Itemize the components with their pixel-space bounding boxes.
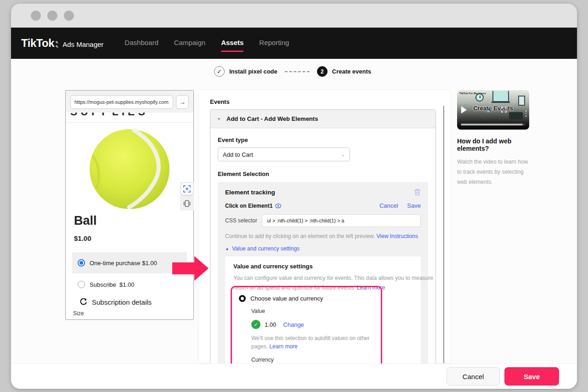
- nav-item-dashboard[interactable]: Dashboard: [124, 36, 158, 51]
- cancel-button[interactable]: Cancel: [447, 367, 500, 386]
- footer-bar: Cancel Save: [11, 364, 577, 389]
- radio-selected-icon[interactable]: [78, 259, 85, 267]
- product-title: Ball: [74, 214, 193, 228]
- progress-stepper: ✓ Install pixel code 2 Create events: [214, 66, 371, 77]
- scrollbar[interactable]: [443, 106, 444, 363]
- chevron-up-icon: ▲: [225, 246, 229, 251]
- autofill-note: We'll use this selection to autofill val…: [251, 334, 374, 351]
- subscribe-option[interactable]: Subscribe $1.00: [72, 280, 187, 289]
- help-panel: TikTok For Business Create Events 🔊 How …: [457, 90, 531, 187]
- nav-item-campaign[interactable]: Campaign: [174, 36, 205, 51]
- store-title-clipped: SUPPLIES: [66, 113, 193, 119]
- url-bar: →: [66, 91, 193, 113]
- url-input[interactable]: [70, 95, 173, 109]
- top-navbar: TikTok: Ads Manager Dashboard Campaign A…: [11, 28, 577, 59]
- chevron-down-icon: ⌄: [341, 152, 345, 157]
- browser-chrome: [11, 4, 577, 28]
- events-config-panel: Events ▾ Add to Cart - Add Web Elements …: [198, 90, 451, 364]
- element-name-label: Click on Element1: [225, 203, 272, 209]
- fullscreen-icon[interactable]: [501, 107, 507, 113]
- css-selector-label: CSS selector: [225, 217, 257, 224]
- callout-arrow-icon: [172, 256, 209, 281]
- refresh-icon: [79, 298, 87, 306]
- choose-value-radio[interactable]: Choose value and currency: [239, 295, 374, 302]
- step2-number-badge: 2: [317, 66, 328, 77]
- nav-item-assets[interactable]: Assets: [221, 36, 243, 51]
- events-panel-title: Events: [210, 98, 436, 105]
- value-label: Value: [251, 308, 374, 314]
- device-view-button[interactable]: [181, 198, 193, 210]
- event-type-select[interactable]: Add to Cart ⌄: [218, 148, 350, 161]
- nav-item-reporting[interactable]: Reporting: [259, 36, 289, 51]
- device-icon: [183, 200, 191, 207]
- event-accordion-body: Event type Add to Cart ⌄ Element Selecti…: [210, 128, 435, 389]
- product-price: $1.00: [74, 234, 193, 242]
- help-description: Watch the video to learn how to track ev…: [457, 157, 531, 187]
- tutorial-video-thumbnail[interactable]: TikTok For Business Create Events 🔊: [457, 90, 529, 130]
- event-type-label: Event type: [218, 136, 428, 143]
- event-accordion-header[interactable]: ▾ Add to Cart - Add Web Elements: [210, 110, 435, 128]
- tiktok-logo: TikTok: Ads Manager: [21, 37, 103, 50]
- purchase-option-selected[interactable]: One-time purchase $1.00: [72, 252, 187, 273]
- right-arrow-icon: →: [179, 98, 186, 106]
- preview-toolbar: [180, 182, 194, 210]
- currency-label: Currency: [251, 357, 374, 363]
- logo-colon-icon: :: [55, 37, 58, 50]
- save-button[interactable]: Save: [504, 367, 559, 386]
- trash-icon[interactable]: [414, 188, 421, 196]
- window-control-dot[interactable]: [31, 11, 41, 21]
- value-currency-toggle[interactable]: ▲ Value and currency settings: [225, 245, 421, 252]
- check-circle-icon: ✓: [251, 320, 260, 329]
- learn-more-link[interactable]: Learn more: [269, 343, 297, 350]
- clock-illustration: [475, 93, 484, 102]
- radio-selected-icon[interactable]: [239, 295, 246, 302]
- tracking-hint: Continue to add by clicking on an elemen…: [225, 233, 421, 239]
- element-tracking-card: Element tracking Click on Element1 Cance…: [218, 182, 428, 389]
- step1-label: Install pixel code: [229, 68, 277, 75]
- element-selection-label: Element Selection: [218, 170, 428, 177]
- picture-frame-illustration: [518, 96, 525, 106]
- subscription-details-label: Subscription details: [92, 298, 152, 306]
- product-name: Ads Manager: [62, 40, 103, 48]
- view-instructions-link[interactable]: View Instructions: [377, 233, 418, 239]
- size-label: Size: [73, 310, 84, 317]
- stepper-connector: [285, 71, 310, 72]
- event-accordion-title: Add to Cart - Add Web Elements: [226, 115, 318, 122]
- chevron-down-icon: ▾: [218, 116, 220, 121]
- browser-window: TikTok: Ads Manager Dashboard Campaign A…: [11, 4, 577, 389]
- save-tracking-link[interactable]: Save: [407, 202, 421, 209]
- website-preview-panel: → SUPPLIES Ball $1.00: [65, 90, 194, 320]
- event-accordion: ▾ Add to Cart - Add Web Elements Event t…: [210, 109, 436, 389]
- step2-label: Create events: [332, 68, 371, 75]
- tennis-ball-image: [89, 128, 170, 210]
- choose-value-label: Choose value and currency: [250, 295, 323, 302]
- change-value-link[interactable]: Change: [283, 321, 304, 328]
- value-settings-title: Value and currency settings: [233, 263, 413, 270]
- volume-icon[interactable]: 🔊: [486, 107, 493, 114]
- product-image: [66, 128, 193, 210]
- subscribe-option-label: Subscribe $1.00: [90, 281, 135, 288]
- focus-target-icon: [183, 185, 191, 193]
- element-tracking-title: Element tracking: [225, 189, 275, 196]
- window-illustration: [492, 91, 509, 102]
- cancel-tracking-link[interactable]: Cancel: [379, 202, 398, 209]
- window-control-dot[interactable]: [47, 11, 57, 21]
- eye-icon[interactable]: [275, 204, 281, 208]
- subscription-details-link[interactable]: Subscription details: [79, 298, 193, 306]
- event-type-value: Add to Cart: [223, 151, 253, 158]
- value-amount: 1.00: [265, 321, 276, 328]
- element-picker-button[interactable]: [181, 183, 193, 195]
- css-selector-input[interactable]: [262, 214, 421, 227]
- purchase-option-label: One-time purchase $1.00: [90, 260, 157, 267]
- nav-items: Dashboard Campaign Assets Reporting: [124, 36, 289, 51]
- help-heading: How do I add web elements?: [457, 137, 531, 152]
- brand-wordmark: TikTok: [21, 37, 54, 50]
- go-arrow-button[interactable]: →: [176, 95, 189, 109]
- dresser-illustration: [509, 112, 523, 119]
- step1-check-icon: ✓: [214, 66, 225, 77]
- play-icon[interactable]: [461, 106, 467, 114]
- radio-unselected-icon[interactable]: [78, 281, 85, 288]
- window-control-dot[interactable]: [64, 11, 74, 21]
- divider: [66, 122, 193, 123]
- video-progress-bar[interactable]: [461, 124, 526, 125]
